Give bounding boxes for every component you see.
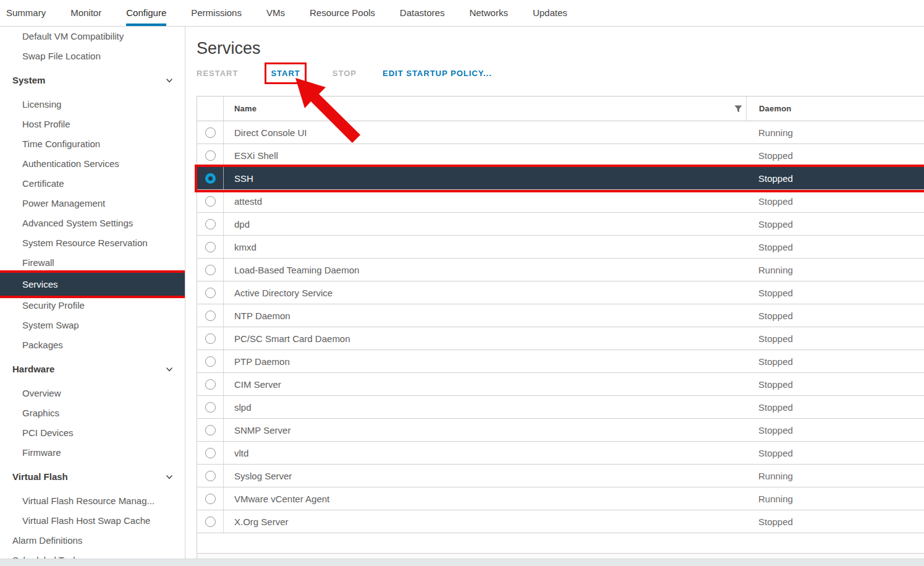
sidebar-item-system-swap[interactable]: System Swap bbox=[0, 315, 185, 335]
table-row-ptp-daemon[interactable]: PTP DaemonStopped bbox=[197, 350, 924, 373]
radio-button-selected[interactable] bbox=[205, 173, 216, 184]
tab-updates[interactable]: Updates bbox=[533, 0, 567, 26]
radio-button[interactable] bbox=[205, 425, 216, 435]
sidebar-item-certificate[interactable]: Certificate bbox=[0, 174, 185, 194]
sidebar-item-overview[interactable]: Overview bbox=[0, 384, 185, 403]
sidebar-item-security-profile[interactable]: Security Profile bbox=[0, 296, 185, 315]
radio-button[interactable] bbox=[205, 402, 216, 413]
radio-cell bbox=[197, 304, 223, 327]
service-name: Direct Console UI bbox=[223, 121, 746, 144]
service-name: Syslog Server bbox=[223, 465, 746, 487]
sidebar-item-advanced-system-settings[interactable]: Advanced System Settings bbox=[0, 213, 185, 233]
radio-button[interactable] bbox=[205, 288, 216, 298]
table-row-direct-console-ui[interactable]: Direct Console UIRunning bbox=[197, 121, 924, 144]
sidebar: Default VM CompatibilitySwap File Locati… bbox=[0, 27, 185, 559]
tab-datastores[interactable]: Datastores bbox=[400, 0, 445, 26]
radio-button[interactable] bbox=[205, 333, 216, 344]
sidebar-item-default-vm-compatibility[interactable]: Default VM Compatibility bbox=[0, 27, 185, 46]
radio-button[interactable] bbox=[205, 150, 216, 161]
sidebar-item-virtual-flash-resource-manag[interactable]: Virtual Flash Resource Manag... bbox=[0, 491, 185, 511]
tab-monitor[interactable]: Monitor bbox=[70, 0, 101, 26]
sidebar-item-licensing[interactable]: Licensing bbox=[0, 95, 185, 114]
radio-button[interactable] bbox=[205, 196, 216, 207]
sidebar-item-virtual-flash-host-swap-cache[interactable]: Virtual Flash Host Swap Cache bbox=[0, 511, 185, 531]
sidebar-item-scheduled-tasks[interactable]: Scheduled Tasks bbox=[0, 551, 185, 559]
table-row-vltd[interactable]: vltdStopped bbox=[197, 442, 924, 465]
table-row-slpd[interactable]: slpdStopped bbox=[197, 396, 924, 419]
radio-button[interactable] bbox=[205, 265, 216, 275]
radio-button[interactable] bbox=[205, 127, 216, 138]
sidebar-section-label: Virtual Flash bbox=[12, 467, 68, 487]
table-body: Direct Console UIRunningESXi ShellStoppe… bbox=[197, 121, 924, 533]
radio-button[interactable] bbox=[205, 311, 216, 321]
sidebar-item-system[interactable]: System bbox=[0, 71, 185, 90]
table-row-attestd[interactable]: attestdStopped bbox=[197, 190, 924, 213]
stop-button[interactable]: STOP bbox=[333, 69, 357, 78]
tab-vms[interactable]: VMs bbox=[266, 0, 285, 26]
table-row-snmp-server[interactable]: SNMP ServerStopped bbox=[197, 419, 924, 442]
radio-button[interactable] bbox=[205, 242, 216, 252]
sidebar-item-firmware[interactable]: Firmware bbox=[0, 443, 185, 463]
sidebar-item-virtual-flash[interactable]: Virtual Flash bbox=[0, 467, 185, 487]
daemon-status: Stopped bbox=[746, 304, 924, 327]
table-row-esxi-shell[interactable]: ESXi ShellStopped bbox=[197, 144, 924, 167]
table-row-vmware-vcenter-agent[interactable]: VMware vCenter AgentRunning bbox=[197, 487, 924, 510]
table-header: Name Daemon bbox=[197, 96, 924, 121]
service-name: ESXi Shell bbox=[223, 144, 746, 166]
radio-button[interactable] bbox=[205, 517, 216, 527]
table-row-pc-sc-smart-card-daemon[interactable]: PC/SC Smart Card DaemonStopped bbox=[197, 327, 924, 350]
daemon-status: Stopped bbox=[746, 213, 924, 235]
radio-button[interactable] bbox=[205, 379, 216, 390]
radio-cell bbox=[197, 487, 223, 510]
radio-button[interactable] bbox=[205, 471, 216, 481]
daemon-status: Running bbox=[746, 487, 924, 510]
table-row-cim-server[interactable]: CIM ServerStopped bbox=[197, 373, 924, 396]
service-name: CIM Server bbox=[223, 373, 746, 395]
radio-button[interactable] bbox=[205, 494, 216, 504]
table-row-x-org-server[interactable]: X.Org ServerStopped bbox=[197, 510, 924, 533]
sidebar-item-power-management[interactable]: Power Management bbox=[0, 194, 185, 213]
edit-startup-policy-button[interactable]: EDIT STARTUP POLICY... bbox=[383, 69, 492, 78]
sidebar-item-system-resource-reservation[interactable]: System Resource Reservation bbox=[0, 233, 185, 253]
sidebar-item-packages[interactable]: Packages bbox=[0, 335, 185, 355]
sidebar-section-label: System bbox=[12, 71, 45, 90]
sidebar-item-firewall[interactable]: Firewall bbox=[0, 253, 185, 273]
restart-button[interactable]: RESTART bbox=[197, 69, 238, 78]
radio-cell bbox=[197, 144, 223, 166]
table-row-ssh[interactable]: SSHStopped bbox=[197, 167, 924, 190]
radio-cell bbox=[197, 419, 223, 441]
chevron-down-icon bbox=[165, 473, 174, 481]
sidebar-item-host-profile[interactable]: Host Profile bbox=[0, 114, 185, 134]
table-row-ntp-daemon[interactable]: NTP DaemonStopped bbox=[197, 304, 924, 327]
horizontal-scrollbar[interactable] bbox=[0, 559, 924, 566]
start-button[interactable]: START bbox=[271, 69, 300, 78]
tab-permissions[interactable]: Permissions bbox=[191, 0, 242, 26]
table-row-syslog-server[interactable]: Syslog ServerRunning bbox=[197, 465, 924, 487]
tab-networks[interactable]: Networks bbox=[469, 0, 508, 26]
sidebar-item-swap-file-location[interactable]: Swap File Location bbox=[0, 46, 185, 66]
radio-cell bbox=[197, 510, 223, 533]
radio-cell bbox=[197, 259, 223, 281]
daemon-status: Stopped bbox=[746, 190, 924, 212]
tab-resource-pools[interactable]: Resource Pools bbox=[310, 0, 375, 26]
filter-icon[interactable] bbox=[730, 105, 746, 113]
sidebar-item-alarm-definitions[interactable]: Alarm Definitions bbox=[0, 531, 185, 551]
table-row-dpd[interactable]: dpdStopped bbox=[197, 213, 924, 236]
table-row-load-based-teaming-daemon[interactable]: Load-Based Teaming DaemonRunning bbox=[197, 259, 924, 281]
radio-cell bbox=[197, 396, 223, 418]
radio-button[interactable] bbox=[205, 219, 216, 229]
radio-button[interactable] bbox=[205, 448, 216, 458]
sidebar-item-authentication-services[interactable]: Authentication Services bbox=[0, 154, 185, 174]
sidebar-item-pci-devices[interactable]: PCI Devices bbox=[0, 423, 185, 443]
sidebar-item-services[interactable]: Services bbox=[0, 273, 185, 296]
sidebar-item-time-configuration[interactable]: Time Configuration bbox=[0, 134, 185, 154]
daemon-status: Stopped bbox=[746, 442, 924, 464]
table-row-kmxd[interactable]: kmxdStopped bbox=[197, 236, 924, 259]
sidebar-item-graphics[interactable]: Graphics bbox=[0, 403, 185, 423]
radio-button[interactable] bbox=[205, 356, 216, 367]
service-name: PTP Daemon bbox=[223, 350, 746, 372]
table-row-active-directory-service[interactable]: Active Directory ServiceStopped bbox=[197, 281, 924, 304]
tab-configure[interactable]: Configure bbox=[126, 0, 166, 26]
sidebar-item-hardware[interactable]: Hardware bbox=[0, 359, 185, 379]
tab-summary[interactable]: Summary bbox=[6, 0, 46, 26]
